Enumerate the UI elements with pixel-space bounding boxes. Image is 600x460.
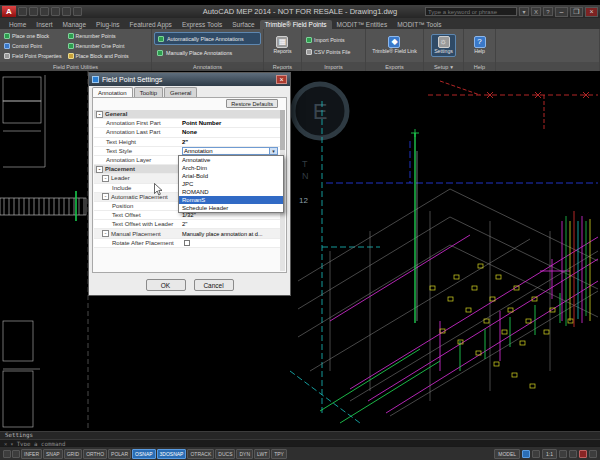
ribbon-tab-modit-entities[interactable]: MODIT™ Entities xyxy=(332,20,393,29)
toggle-3dosnap[interactable]: 3DOSNAP xyxy=(157,449,187,459)
layout-tabs-icon[interactable] xyxy=(522,450,530,458)
dropdown-option-selected[interactable]: RomanS xyxy=(179,196,283,204)
dialog-title-bar[interactable]: Field Point Settings × xyxy=(89,73,290,86)
subgroup-row-manual-placement[interactable]: - Manual Placement Manually place annota… xyxy=(94,229,280,238)
panel-label[interactable]: Exports xyxy=(366,62,423,71)
autocad-logo-icon[interactable]: A xyxy=(2,6,16,17)
automatically-place-annotations-button[interactable]: Automatically Place Annotations xyxy=(154,32,261,45)
workspace-gear-icon[interactable] xyxy=(569,450,577,458)
manually-place-annotations-button[interactable]: Manually Place Annotations xyxy=(154,46,261,59)
collapse-icon[interactable]: - xyxy=(96,166,103,173)
row-annotation-last-part[interactable]: Annotation Last Part None xyxy=(94,128,280,137)
green-point-lines xyxy=(320,129,560,423)
ribbon-tab-trimble-field-points[interactable]: Trimble® Field Points xyxy=(260,20,332,29)
dropdown-option[interactable]: Annotative xyxy=(179,156,283,164)
place-one-block-button[interactable]: Place one Block xyxy=(2,31,64,41)
panel-label[interactable]: Field Point Utilities xyxy=(0,62,151,71)
close-button[interactable]: × xyxy=(585,7,598,17)
toggle-snap[interactable]: SNAP xyxy=(43,449,63,459)
panel-label[interactable]: Setup ▾ xyxy=(424,62,463,71)
undo-icon[interactable] xyxy=(62,7,71,16)
ribbon-tab-featured-apps[interactable]: Featured Apps xyxy=(125,20,177,29)
dropdown-option[interactable]: Arial-Bold xyxy=(179,172,283,180)
sign-in-icon[interactable]: ▾ xyxy=(519,7,529,16)
row-text-offset-with-leader[interactable]: Text Offset with Leader 2" xyxy=(94,220,280,229)
row-text-height[interactable]: Text Height 2" xyxy=(94,138,280,147)
redo-icon[interactable] xyxy=(73,7,82,16)
renumber-points-button[interactable]: Renumber Points xyxy=(66,31,131,41)
command-line[interactable]: Settings × ▾ Type a command xyxy=(0,431,600,446)
panel-label[interactable]: Reports xyxy=(264,62,301,71)
auto-annotation-icon xyxy=(158,36,164,42)
help-search-input[interactable] xyxy=(425,7,517,16)
trimble-field-link-button[interactable]: ◆ Trimble® Field Link xyxy=(370,35,419,56)
new-icon[interactable] xyxy=(18,7,27,16)
toggle-ducs[interactable]: DUCS xyxy=(215,449,235,459)
group-row-general[interactable]: - General xyxy=(94,110,280,119)
dropdown-option[interactable]: ROMAND xyxy=(179,188,283,196)
ribbon-tab-home[interactable]: Home xyxy=(4,20,31,29)
grid-display-icon[interactable] xyxy=(12,450,20,458)
ribbon-tab-insert[interactable]: Insert xyxy=(31,20,57,29)
collapse-icon[interactable]: - xyxy=(96,111,103,118)
reports-button[interactable]: ▦ Reports xyxy=(271,35,293,56)
renumber-one-point-button[interactable]: Renumber One Point xyxy=(66,41,131,51)
panel-label[interactable]: Imports xyxy=(302,62,365,71)
toggle-infer[interactable]: INFER xyxy=(21,449,42,459)
toggle-polar[interactable]: POLAR xyxy=(108,449,131,459)
panel-label[interactable]: Annotations xyxy=(152,62,263,71)
plot-icon[interactable] xyxy=(51,7,60,16)
model-space-button[interactable]: MODEL xyxy=(494,449,520,459)
text-style-combobox[interactable]: Annotation ▾ xyxy=(182,147,278,155)
place-block-and-points-button[interactable]: Place Block and Points xyxy=(66,51,131,61)
collapse-icon[interactable]: - xyxy=(102,230,109,237)
dropdown-option[interactable]: Schedule Header xyxy=(179,204,283,212)
toggle-otrack[interactable]: OTRACK xyxy=(187,449,214,459)
toggle-grid[interactable]: GRID xyxy=(64,449,83,459)
dropdown-option[interactable]: JPC xyxy=(179,180,283,188)
toggle-tpy[interactable]: TPY xyxy=(271,449,287,459)
ribbon-tab-modit-tools[interactable]: MODIT™ Tools xyxy=(392,20,446,29)
toggle-ortho[interactable]: ORTHO xyxy=(83,449,107,459)
help-icon[interactable]: ? xyxy=(543,7,553,16)
dialog-close-icon[interactable]: × xyxy=(276,75,287,84)
import-points-button[interactable]: Import Points xyxy=(304,35,363,45)
chevron-down-icon[interactable]: ▾ xyxy=(269,148,277,154)
dropdown-option[interactable]: Arch-Dim xyxy=(179,164,283,172)
quick-view-icon[interactable] xyxy=(532,450,540,458)
tab-annotation[interactable]: Annotation xyxy=(92,87,133,97)
ribbon-tab-surface[interactable]: Surface xyxy=(227,20,259,29)
ribbon-tab-manage[interactable]: Manage xyxy=(58,20,92,29)
rotate-after-placement-checkbox[interactable] xyxy=(184,240,190,246)
collapse-icon[interactable]: - xyxy=(102,193,109,200)
annotation-scale-button[interactable]: 1:1 xyxy=(542,449,557,459)
control-point-button[interactable]: Control Point xyxy=(2,41,64,51)
toggle-lwt[interactable]: LWT xyxy=(254,449,270,459)
open-icon[interactable] xyxy=(29,7,38,16)
fullscreen-icon[interactable] xyxy=(589,450,597,458)
annotation-visibility-icon[interactable] xyxy=(559,450,567,458)
row-annotation-first-part[interactable]: Annotation First Part Point Number xyxy=(94,119,280,128)
row-rotate-after-placement[interactable]: Rotate After Placement xyxy=(94,239,280,248)
tab-general[interactable]: General xyxy=(164,87,197,97)
help-button[interactable]: ? Help xyxy=(472,35,488,56)
maximize-button[interactable]: ❐ xyxy=(570,7,583,17)
isolate-objects-icon[interactable] xyxy=(579,450,587,458)
panel-label[interactable]: Help xyxy=(464,62,495,71)
ok-button[interactable]: OK xyxy=(146,279,186,291)
minimize-button[interactable]: – xyxy=(555,7,568,17)
collapse-icon[interactable]: - xyxy=(102,175,109,182)
exchange-apps-icon[interactable]: X xyxy=(531,7,541,16)
ribbon-tab-express-tools[interactable]: Express Tools xyxy=(177,20,227,29)
save-icon[interactable] xyxy=(40,7,49,16)
toggle-dyn[interactable]: DYN xyxy=(236,449,253,459)
csv-points-file-button[interactable]: CSV Points File xyxy=(304,47,363,57)
settings-button[interactable]: ☼ Settings xyxy=(431,34,456,57)
toggle-osnap[interactable]: OSNAP xyxy=(132,449,156,459)
restore-defaults-button[interactable]: Restore Defaults xyxy=(226,99,278,108)
cancel-button[interactable]: Cancel xyxy=(194,279,234,291)
ribbon-tab-plugins[interactable]: Plug-ins xyxy=(91,20,124,29)
tab-tooltip[interactable]: Tooltip xyxy=(134,87,163,97)
coordinates-icon[interactable] xyxy=(3,450,11,458)
field-point-properties-button[interactable]: Field Point Properties xyxy=(2,51,64,61)
